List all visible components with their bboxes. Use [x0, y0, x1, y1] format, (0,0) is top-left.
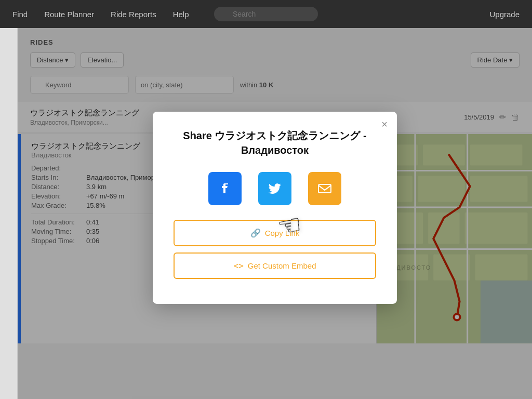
facebook-share-button[interactable]: [208, 172, 242, 205]
twitter-share-button[interactable]: [258, 172, 291, 205]
main-content: RIDES Distance ▾ Elevatio... Ride Date ▾…: [0, 28, 532, 399]
nav-find[interactable]: Find: [12, 10, 28, 19]
social-icons-row: [174, 172, 376, 205]
get-custom-embed-button[interactable]: <> Get Custom Embed: [174, 252, 376, 279]
nav-ride-reports[interactable]: Ride Reports: [111, 10, 156, 19]
nav-help[interactable]: Help: [173, 10, 189, 19]
modal-close-button[interactable]: ×: [381, 119, 388, 129]
upgrade-button[interactable]: Upgrade: [489, 10, 520, 19]
embed-label: Get Custom Embed: [248, 261, 316, 270]
navbar: Find Route Planner Ride Reports Help 🔍 U…: [0, 0, 532, 28]
copy-link-button[interactable]: 🔗 Copy Link: [174, 220, 376, 246]
modal-title: Share ウラジオストク記念ランニング - Владивосток: [174, 128, 376, 157]
share-modal: × Share ウラジオストク記念ランニング - Владивосток: [153, 112, 397, 304]
svg-rect-21: [318, 184, 331, 193]
content-area: RIDES Distance ▾ Elevatio... Ride Date ▾…: [18, 28, 532, 399]
copy-link-label: Copy Link: [265, 229, 300, 237]
email-share-button[interactable]: [308, 172, 341, 205]
search-input[interactable]: [214, 7, 318, 21]
sidebar: [0, 28, 18, 399]
copy-link-icon: 🔗: [250, 228, 261, 238]
embed-icon: <>: [234, 261, 244, 271]
nav-route-planner[interactable]: Route Planner: [44, 10, 94, 19]
